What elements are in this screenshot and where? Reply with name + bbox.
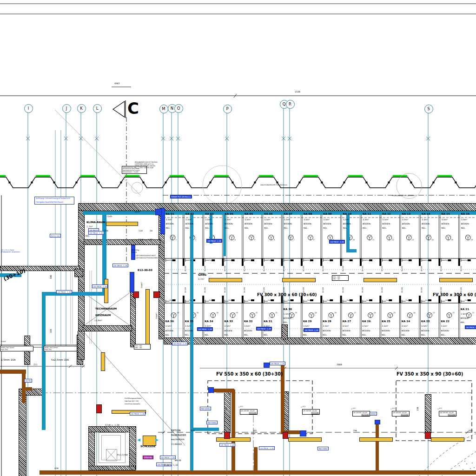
room-area: 1,5m²	[284, 313, 290, 315]
gravel-dot	[459, 465, 460, 466]
line	[250, 236, 251, 238]
dim-room-pair: 30/200	[204, 287, 206, 293]
line	[468, 236, 470, 238]
cable-info-box: NYM-J 5x2,5mm²KVS 16A	[44, 346, 77, 351]
room-area: 3,5m²	[363, 218, 369, 221]
room-floor: BODEN-	[284, 317, 292, 319]
room-id-bottom: KA 35	[185, 320, 193, 323]
dim-338: 338	[416, 407, 419, 411]
line	[429, 236, 430, 238]
line	[447, 313, 449, 315]
dim-434: 434	[54, 467, 59, 469]
corridor-pier	[242, 296, 244, 303]
wall-hatch	[425, 394, 431, 433]
door-height-label: H=	[229, 259, 231, 261]
lintel-bar	[364, 278, 397, 282]
dim-room-pair: 30/200	[381, 266, 383, 271]
technik-area: 11,9m²	[94, 319, 102, 322]
corridor-pier	[222, 258, 224, 266]
door-height-label: H=	[327, 299, 330, 301]
district-heating-pipe	[254, 447, 258, 471]
line	[172, 313, 174, 315]
elevation-label: OK FBOK -1,35	[197, 327, 213, 331]
pile-green-marker	[304, 175, 318, 177]
room-floor: KEL.	[245, 227, 249, 229]
opt-tag: △ PT7	[390, 408, 395, 410]
pile-green-marker	[0, 175, 6, 177]
water-pipe	[42, 292, 107, 296]
dim-room-pair: 30/200	[224, 287, 226, 293]
dim-room-pair: 30/200	[381, 287, 383, 293]
room-floor: KEL.	[441, 227, 446, 229]
corridor-pier	[183, 258, 185, 266]
vent-number: 36	[177, 312, 179, 314]
lintel-bar	[216, 437, 251, 442]
room-id-top: KA 03	[205, 212, 213, 215]
db-label: DB 100kg	[131, 249, 139, 251]
room-floor: KEL.	[382, 227, 387, 229]
dim-room-pair: 30/200	[322, 266, 324, 271]
pile-green-marker	[259, 175, 273, 177]
room-floor: KEL.	[402, 334, 406, 336]
room-floor: BODEN-	[461, 317, 469, 319]
room-id-top: KA 16	[461, 212, 469, 215]
gang-area-label: 3,7m²	[198, 278, 205, 280]
room-floor: KEL.	[382, 334, 386, 336]
corridor-pier	[340, 296, 342, 303]
room-id-bottom: KA 26	[362, 320, 370, 323]
dim-room-pair: 30/200	[185, 266, 186, 271]
pile-green-marker	[125, 175, 139, 177]
door-leaf	[212, 299, 215, 301]
fan-box	[143, 436, 156, 446]
dim-room-pair: 30/200	[224, 266, 226, 271]
option-info-box: UK DECKE ±0,00BESTAND	[302, 409, 320, 415]
fv-basement-left-label: FV 550 x 350 x 60 (30+30)	[216, 371, 283, 377]
door-leaf	[271, 299, 274, 301]
room-area: 3,5m²	[323, 218, 330, 221]
ak-line2: (Klapptaster einplanen)	[1, 251, 20, 253]
elevation-label: OK FBOK -1,35	[92, 284, 108, 288]
line	[369, 313, 370, 315]
achtung-line1: Achtung! Umrechnung erforderlich!	[36, 198, 73, 200]
door-height-label: H=	[288, 299, 291, 301]
fire-damper	[96, 404, 102, 413]
room-floor: KEL.	[461, 227, 466, 229]
door-leaf	[231, 299, 235, 301]
door-leaf	[310, 259, 313, 261]
door-height-label: H=	[209, 259, 212, 261]
lintel-bar	[104, 279, 108, 303]
pipe-junction-marker	[264, 363, 270, 368]
elevation-label: OK FBOK -1,35	[130, 412, 145, 416]
door-height-label: H=	[425, 259, 428, 261]
corridor-pier	[438, 258, 440, 266]
room-id-bottom: KA 25	[382, 320, 390, 323]
vent-number: 5	[254, 239, 255, 241]
room-floor: KEL.	[362, 334, 367, 336]
room-area: 3,5m²	[402, 325, 408, 327]
pile-green-marker	[348, 175, 363, 177]
room-id-top: KA 09	[323, 212, 331, 215]
room-floor: BODEN-	[382, 330, 390, 332]
room-area: 3,5m²	[185, 218, 192, 221]
line	[233, 313, 235, 315]
door-leaf	[350, 299, 353, 301]
corridor-pier	[222, 296, 224, 303]
line	[291, 236, 293, 238]
line	[387, 236, 389, 238]
vent-note: Anschluss bauseits	[125, 403, 140, 405]
door-leaf	[428, 259, 431, 261]
room-floor: BODEN-	[225, 330, 233, 332]
dim-room-pair: 30/200	[342, 266, 344, 271]
water-pipe	[346, 249, 357, 252]
lintel-bar	[101, 352, 105, 371]
pipe-junction-marker	[208, 387, 214, 393]
section-arrow	[113, 101, 125, 117]
lintel-bar	[209, 278, 242, 282]
room-floor: BODEN-	[461, 223, 469, 225]
grid-axis-bubble-O: O	[174, 104, 183, 113]
brunnen-note: BRUNNENSCHACHT DN 600, LEISTUNG VON 4,21…	[135, 161, 158, 169]
fan-tag-box: 1550 BL	[143, 456, 153, 459]
dim-room-pair: 30/200	[263, 266, 265, 271]
room-id-top: KA 10	[343, 212, 351, 215]
gravel-dot	[464, 461, 465, 462]
